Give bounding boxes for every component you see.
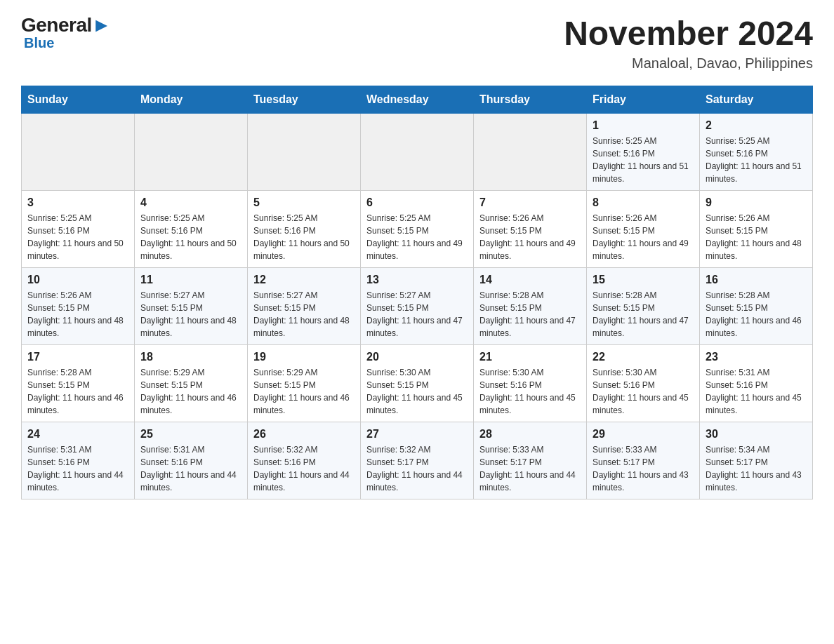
day-info: Sunrise: 5:33 AM Sunset: 5:17 PM Dayligh…	[479, 443, 581, 494]
day-info: Sunrise: 5:28 AM Sunset: 5:15 PM Dayligh…	[706, 289, 807, 340]
day-info: Sunrise: 5:31 AM Sunset: 5:16 PM Dayligh…	[140, 443, 241, 494]
day-info: Sunrise: 5:26 AM Sunset: 5:15 PM Dayligh…	[593, 212, 694, 262]
calendar-cell: 12Sunrise: 5:27 AM Sunset: 5:15 PM Dayli…	[248, 268, 361, 345]
calendar-cell: 4Sunrise: 5:25 AM Sunset: 5:16 PM Daylig…	[135, 191, 248, 268]
day-number: 28	[479, 428, 581, 441]
title-section: November 2024 Manaloal, Davao, Philippin…	[564, 14, 813, 72]
day-number: 12	[253, 274, 355, 286]
day-number: 13	[366, 274, 468, 286]
calendar-cell: 19Sunrise: 5:29 AM Sunset: 5:15 PM Dayli…	[248, 345, 361, 422]
day-number: 29	[593, 428, 694, 441]
day-info: Sunrise: 5:27 AM Sunset: 5:15 PM Dayligh…	[366, 289, 468, 340]
calendar-cell: 15Sunrise: 5:28 AM Sunset: 5:15 PM Dayli…	[587, 268, 700, 345]
calendar-cell: 29Sunrise: 5:33 AM Sunset: 5:17 PM Dayli…	[587, 422, 700, 499]
day-info: Sunrise: 5:26 AM Sunset: 5:15 PM Dayligh…	[27, 289, 128, 340]
day-info: Sunrise: 5:28 AM Sunset: 5:15 PM Dayligh…	[593, 289, 694, 340]
day-number: 24	[27, 428, 128, 441]
day-number: 18	[140, 351, 241, 363]
day-info: Sunrise: 5:30 AM Sunset: 5:16 PM Dayligh…	[479, 366, 581, 417]
day-number: 2	[706, 119, 807, 132]
day-info: Sunrise: 5:33 AM Sunset: 5:17 PM Dayligh…	[593, 443, 694, 494]
calendar-table: SundayMondayTuesdayWednesdayThursdayFrid…	[21, 86, 813, 499]
calendar-cell	[361, 114, 474, 191]
calendar-cell: 5Sunrise: 5:25 AM Sunset: 5:16 PM Daylig…	[248, 191, 361, 268]
day-info: Sunrise: 5:25 AM Sunset: 5:15 PM Dayligh…	[366, 212, 468, 262]
day-number: 1	[593, 119, 694, 132]
calendar-cell: 27Sunrise: 5:32 AM Sunset: 5:17 PM Dayli…	[361, 422, 474, 499]
day-number: 11	[140, 274, 241, 286]
calendar-cell: 16Sunrise: 5:28 AM Sunset: 5:15 PM Dayli…	[700, 268, 813, 345]
location: Manaloal, Davao, Philippines	[564, 55, 813, 72]
day-number: 5	[253, 196, 355, 209]
logo-triangle-icon: ►	[92, 14, 111, 36]
calendar-cell: 11Sunrise: 5:27 AM Sunset: 5:15 PM Dayli…	[135, 268, 248, 345]
day-number: 23	[706, 351, 807, 363]
calendar-header-row: SundayMondayTuesdayWednesdayThursdayFrid…	[22, 86, 813, 114]
day-info: Sunrise: 5:27 AM Sunset: 5:15 PM Dayligh…	[253, 289, 355, 340]
calendar-cell: 24Sunrise: 5:31 AM Sunset: 5:16 PM Dayli…	[22, 422, 135, 499]
calendar-week-row: 10Sunrise: 5:26 AM Sunset: 5:15 PM Dayli…	[22, 268, 813, 345]
calendar-cell: 26Sunrise: 5:32 AM Sunset: 5:16 PM Dayli…	[248, 422, 361, 499]
calendar-cell: 3Sunrise: 5:25 AM Sunset: 5:16 PM Daylig…	[22, 191, 135, 268]
day-info: Sunrise: 5:28 AM Sunset: 5:15 PM Dayligh…	[479, 289, 581, 340]
month-title: November 2024	[564, 14, 813, 53]
day-info: Sunrise: 5:26 AM Sunset: 5:15 PM Dayligh…	[479, 212, 581, 262]
day-number: 4	[140, 196, 241, 209]
day-info: Sunrise: 5:28 AM Sunset: 5:15 PM Dayligh…	[27, 366, 128, 417]
calendar-cell: 18Sunrise: 5:29 AM Sunset: 5:15 PM Dayli…	[135, 345, 248, 422]
day-number: 16	[706, 274, 807, 286]
calendar-cell: 1Sunrise: 5:25 AM Sunset: 5:16 PM Daylig…	[587, 114, 700, 191]
day-info: Sunrise: 5:26 AM Sunset: 5:15 PM Dayligh…	[706, 212, 807, 262]
calendar-cell: 6Sunrise: 5:25 AM Sunset: 5:15 PM Daylig…	[361, 191, 474, 268]
day-number: 22	[593, 351, 694, 363]
calendar-cell: 17Sunrise: 5:28 AM Sunset: 5:15 PM Dayli…	[22, 345, 135, 422]
calendar-cell: 20Sunrise: 5:30 AM Sunset: 5:15 PM Dayli…	[361, 345, 474, 422]
day-number: 10	[27, 274, 128, 286]
column-header-monday: Monday	[135, 86, 248, 114]
day-number: 6	[366, 196, 468, 209]
day-info: Sunrise: 5:31 AM Sunset: 5:16 PM Dayligh…	[706, 366, 807, 417]
day-number: 17	[27, 351, 128, 363]
calendar-week-row: 17Sunrise: 5:28 AM Sunset: 5:15 PM Dayli…	[22, 345, 813, 422]
day-info: Sunrise: 5:30 AM Sunset: 5:16 PM Dayligh…	[593, 366, 694, 417]
calendar-week-row: 1Sunrise: 5:25 AM Sunset: 5:16 PM Daylig…	[22, 114, 813, 191]
logo-blue: Blue	[24, 35, 54, 51]
column-header-saturday: Saturday	[700, 86, 813, 114]
day-info: Sunrise: 5:29 AM Sunset: 5:15 PM Dayligh…	[253, 366, 355, 417]
column-header-friday: Friday	[587, 86, 700, 114]
calendar-week-row: 3Sunrise: 5:25 AM Sunset: 5:16 PM Daylig…	[22, 191, 813, 268]
day-info: Sunrise: 5:25 AM Sunset: 5:16 PM Dayligh…	[593, 135, 694, 185]
day-info: Sunrise: 5:25 AM Sunset: 5:16 PM Dayligh…	[706, 135, 807, 185]
calendar-cell: 9Sunrise: 5:26 AM Sunset: 5:15 PM Daylig…	[700, 191, 813, 268]
day-number: 25	[140, 428, 241, 441]
day-info: Sunrise: 5:29 AM Sunset: 5:15 PM Dayligh…	[140, 366, 241, 417]
day-info: Sunrise: 5:25 AM Sunset: 5:16 PM Dayligh…	[140, 212, 241, 262]
day-number: 27	[366, 428, 468, 441]
page-header: General► Blue November 2024 Manaloal, Da…	[21, 14, 813, 72]
logo: General► Blue	[21, 14, 111, 51]
logo-general: General►	[21, 14, 111, 36]
day-number: 19	[253, 351, 355, 363]
calendar-cell: 8Sunrise: 5:26 AM Sunset: 5:15 PM Daylig…	[587, 191, 700, 268]
day-number: 3	[27, 196, 128, 209]
calendar-cell: 30Sunrise: 5:34 AM Sunset: 5:17 PM Dayli…	[700, 422, 813, 499]
day-info: Sunrise: 5:31 AM Sunset: 5:16 PM Dayligh…	[27, 443, 128, 494]
calendar-cell	[22, 114, 135, 191]
column-header-thursday: Thursday	[474, 86, 587, 114]
day-info: Sunrise: 5:32 AM Sunset: 5:17 PM Dayligh…	[366, 443, 468, 494]
day-number: 9	[706, 196, 807, 209]
day-info: Sunrise: 5:30 AM Sunset: 5:15 PM Dayligh…	[366, 366, 468, 417]
calendar-cell: 7Sunrise: 5:26 AM Sunset: 5:15 PM Daylig…	[474, 191, 587, 268]
day-number: 14	[479, 274, 581, 286]
calendar-cell: 28Sunrise: 5:33 AM Sunset: 5:17 PM Dayli…	[474, 422, 587, 499]
day-number: 30	[706, 428, 807, 441]
calendar-cell: 14Sunrise: 5:28 AM Sunset: 5:15 PM Dayli…	[474, 268, 587, 345]
column-header-tuesday: Tuesday	[248, 86, 361, 114]
column-header-wednesday: Wednesday	[361, 86, 474, 114]
day-number: 26	[253, 428, 355, 441]
calendar-cell: 22Sunrise: 5:30 AM Sunset: 5:16 PM Dayli…	[587, 345, 700, 422]
calendar-cell: 23Sunrise: 5:31 AM Sunset: 5:16 PM Dayli…	[700, 345, 813, 422]
calendar-cell: 10Sunrise: 5:26 AM Sunset: 5:15 PM Dayli…	[22, 268, 135, 345]
calendar-cell	[135, 114, 248, 191]
calendar-cell	[248, 114, 361, 191]
